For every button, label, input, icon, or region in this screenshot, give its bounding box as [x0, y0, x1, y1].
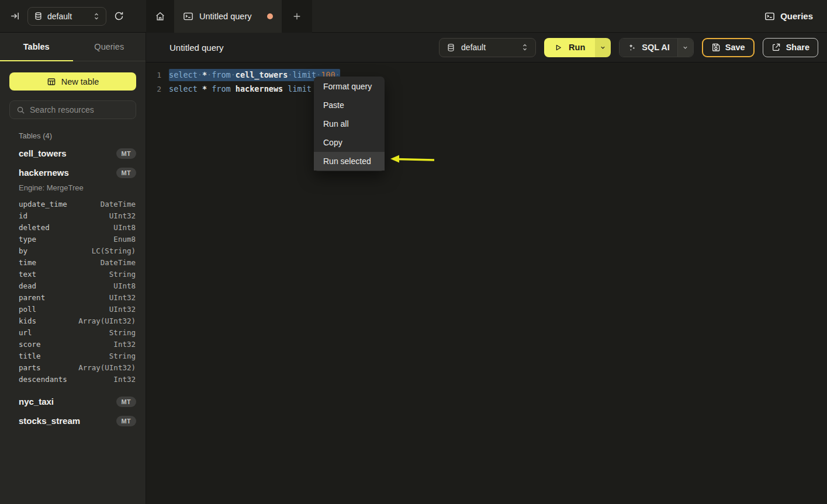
code-token: select — [169, 83, 198, 95]
column-name: kids — [19, 317, 36, 325]
column-name: deleted — [19, 223, 50, 232]
sidebar: Tables Queries New table Tables (4) cell… — [0, 33, 146, 504]
query-title: Untitled query — [169, 43, 224, 53]
column-name: text — [19, 270, 36, 279]
context-menu-item[interactable]: Run selected — [314, 152, 385, 171]
new-table-button[interactable]: New table — [9, 72, 136, 91]
sql-ai-button-main[interactable]: SQL AI — [620, 39, 677, 57]
editor-lines: 1select·*·from·cell_towers·limit·100·2se… — [146, 68, 827, 96]
column-row: kidsArray(UInt32) — [0, 315, 146, 326]
topbar-database-value: default — [47, 12, 88, 21]
run-button[interactable]: Run — [544, 38, 611, 57]
sidebar-tab-tables-label: Tables — [23, 42, 50, 51]
context-menu-item[interactable]: Paste — [314, 96, 385, 114]
column-name: descendants — [19, 375, 67, 384]
column-type: UInt8 — [113, 281, 136, 290]
code-token: select — [169, 69, 198, 81]
code-token: from — [212, 69, 231, 81]
column-name: score — [19, 340, 41, 349]
code-line[interactable]: 2select * from hackernews limit — [146, 82, 827, 96]
column-name: type — [19, 235, 36, 244]
column-row: typeEnum8 — [0, 233, 146, 245]
column-type: String — [109, 352, 136, 360]
save-button[interactable]: Save — [702, 38, 755, 57]
share-button[interactable]: Share — [763, 38, 818, 57]
line-number: 2 — [146, 85, 161, 93]
column-type: Enum8 — [113, 235, 136, 244]
sql-ai-button[interactable]: SQL AI — [619, 38, 694, 57]
column-type: String — [109, 328, 136, 337]
sql-editor[interactable]: 1select·*·from·cell_towers·limit·100·2se… — [146, 63, 827, 504]
save-icon — [711, 43, 721, 52]
code-line[interactable]: 1select·*·from·cell_towers·limit·100· — [146, 68, 827, 82]
code-token: limit — [288, 83, 312, 95]
tables-section-label: Tables (4) — [19, 131, 136, 140]
sql-ai-dropdown-caret[interactable] — [677, 39, 693, 57]
sql-ai-label: SQL AI — [642, 43, 670, 52]
query-toolbar: Untitled query default Run — [146, 33, 827, 62]
engine-badge: MT — [116, 397, 136, 407]
queries-button[interactable]: Queries — [764, 11, 813, 22]
line-number: 1 — [146, 71, 161, 79]
column-row: timeDateTime — [0, 256, 146, 268]
column-type: UInt32 — [109, 293, 136, 302]
tabstrip: Untitled query — [146, 0, 312, 33]
column-type: Int32 — [113, 340, 136, 349]
table-name: stocks_stream — [19, 416, 80, 426]
run-button-main[interactable]: Run — [544, 38, 595, 57]
sidebar-tab-queries[interactable]: Queries — [73, 33, 146, 61]
refresh-button[interactable] — [114, 11, 124, 21]
code-token: · — [288, 69, 292, 81]
column-row: pollUInt32 — [0, 303, 146, 315]
column-name: id — [19, 211, 27, 220]
context-menu: Format queryPasteRun allCopyRun selected — [314, 77, 385, 171]
home-tab-button[interactable] — [146, 0, 174, 33]
tables-list: cell_towersMThackernewsMTEngine: MergeTr… — [0, 144, 146, 430]
chevron-down-icon — [600, 44, 606, 51]
code-token: · — [198, 69, 202, 81]
code-token — [198, 83, 202, 95]
terminal-icon — [183, 11, 193, 22]
column-row: descendantsInt32 — [0, 373, 146, 385]
column-name: dead — [19, 281, 36, 290]
share-button-label: Share — [786, 43, 809, 52]
column-row: urlString — [0, 326, 146, 338]
table-row[interactable]: stocks_streamMT — [0, 411, 146, 430]
column-type: UInt32 — [109, 211, 136, 220]
context-menu-item[interactable]: Format query — [314, 77, 385, 96]
tab-label: Untitled query — [199, 12, 251, 21]
column-name: update_time — [19, 200, 67, 208]
code-token: limit — [292, 69, 316, 81]
code-text: select * from hackernews limit — [169, 83, 316, 95]
new-tab-button[interactable] — [282, 0, 312, 33]
run-dropdown-caret[interactable] — [595, 38, 611, 57]
plus-icon — [292, 12, 302, 21]
toolbar-database-select[interactable]: default — [439, 38, 536, 57]
tab-untitled-query[interactable]: Untitled query — [174, 0, 282, 33]
sidebar-collapse-button[interactable] — [10, 11, 20, 21]
column-row: deletedUInt8 — [0, 221, 146, 233]
refresh-icon — [114, 11, 124, 21]
topbar-database-select[interactable]: default — [27, 7, 106, 26]
sidebar-tab-tables[interactable]: Tables — [0, 33, 73, 61]
topbar-left: default — [0, 0, 146, 32]
annotation-arrow — [389, 151, 436, 166]
table-row[interactable]: cell_towersMT — [0, 144, 146, 163]
column-row: partsArray(UInt32) — [0, 362, 146, 373]
code-token: * — [202, 83, 207, 95]
column-row: titleString — [0, 350, 146, 362]
context-menu-item[interactable]: Copy — [314, 133, 385, 152]
table-columns: update_timeDateTimeidUInt32deletedUInt8t… — [0, 197, 146, 392]
code-token: · — [231, 69, 236, 81]
search-input[interactable] — [30, 105, 136, 114]
table-row[interactable]: nyc_taxiMT — [0, 392, 146, 411]
sparkles-icon — [627, 43, 636, 52]
queries-terminal-icon — [764, 11, 775, 22]
table-row[interactable]: hackernewsMT — [0, 163, 146, 182]
column-row: update_timeDateTime — [0, 198, 146, 210]
code-token: · — [207, 69, 212, 81]
column-row: parentUInt32 — [0, 291, 146, 303]
column-row: idUInt32 — [0, 210, 146, 221]
code-token: from — [212, 83, 231, 95]
context-menu-item[interactable]: Run all — [314, 114, 385, 133]
